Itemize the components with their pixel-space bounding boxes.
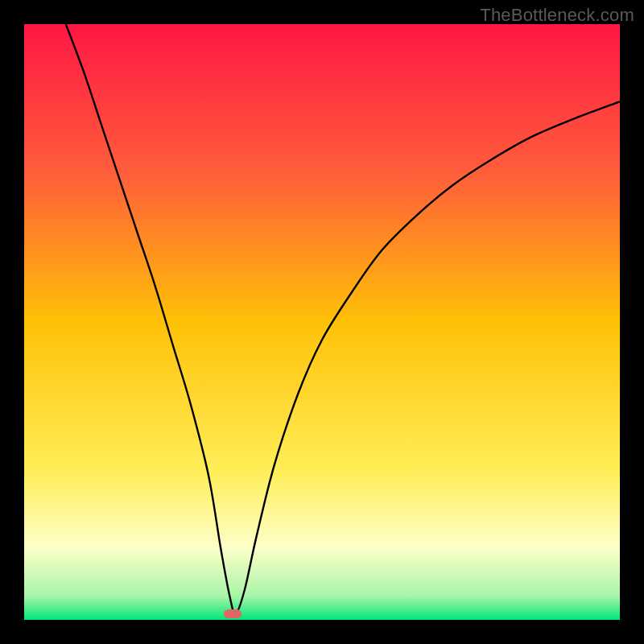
minimum-marker	[224, 609, 242, 618]
gradient-background	[24, 24, 620, 620]
chart-plot-area	[24, 24, 620, 620]
chart-svg	[24, 24, 620, 620]
watermark-text: TheBottleneck.com	[480, 5, 634, 26]
svg-rect-0	[224, 609, 242, 618]
